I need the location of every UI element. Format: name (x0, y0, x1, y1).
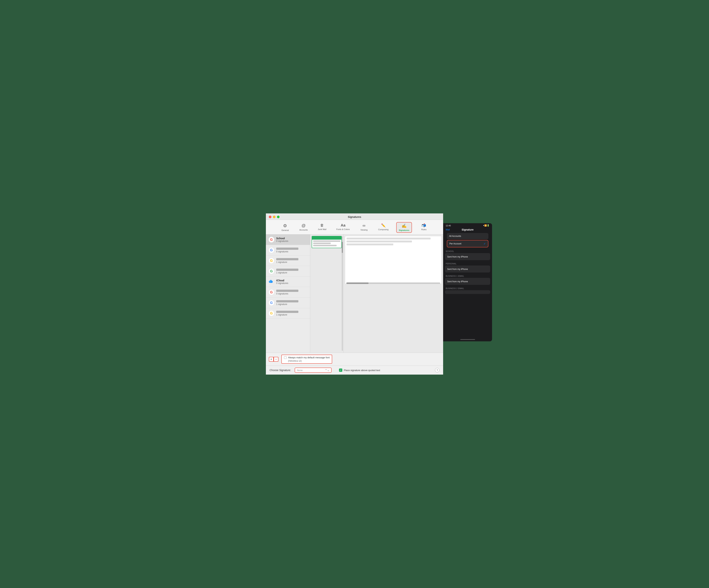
toolbar-item-composing[interactable]: ✏️ Composing (376, 222, 391, 233)
account-sigs-icloud: 0 signatures (276, 282, 308, 285)
font-match-checkbox[interactable] (284, 356, 287, 359)
place-sig-label: Place signature above quoted text (344, 369, 380, 372)
all-accounts-option[interactable]: All Accounts (447, 233, 488, 239)
add-signature-button[interactable]: + (269, 357, 273, 362)
account-item-2[interactable]: G 0 signatures (266, 245, 310, 256)
account-name-blur-7 (276, 311, 298, 313)
scrollbar-track (342, 236, 343, 351)
account-item-3[interactable]: G 1 signature (266, 256, 310, 266)
phone-time: 12:40 (446, 224, 451, 227)
toolbar-label-signatures: Signatures (399, 229, 409, 231)
phone-biz2-sig[interactable] (445, 290, 490, 294)
font-match-area: Always match my default message font (He… (281, 355, 332, 364)
account-sigs-5: 0 signatures (276, 292, 308, 295)
sig-item-line-3 (313, 245, 337, 246)
account-sigs-7: 1 signature (276, 314, 308, 316)
per-account-option[interactable]: Per Account ✓ (447, 240, 488, 247)
bottom-controls: + − Always match my default message font… (266, 353, 443, 366)
toolbar-label-composing: Composing (378, 229, 389, 231)
phone-school-sig-text: Sent from my iPhone (447, 256, 468, 258)
toolbar-item-fonts[interactable]: Aa Fonts & Colors (334, 222, 352, 233)
signature-list-panel (310, 235, 343, 353)
account-sigs-4: 1 signature (276, 271, 308, 274)
google-icon-6: G (268, 300, 274, 306)
chevron-up-down-icon: ⌃⌄ (325, 369, 330, 372)
signature-preview-content (345, 236, 442, 248)
account-item-icloud[interactable]: iCloud 0 signatures (266, 276, 310, 287)
phone-school-label: SCHOOL (443, 248, 492, 253)
signature-dropdown[interactable]: None ⌃⌄ (295, 368, 332, 373)
account-item-5[interactable]: G 0 signatures (266, 287, 310, 298)
window-title: Signatures (348, 215, 361, 218)
account-item-6[interactable]: G 1 signature (266, 298, 310, 308)
phone-biz1-sig-text: Sent from my iPhone (447, 280, 468, 283)
account-item-7[interactable]: G 1 signature (266, 308, 310, 319)
phone-back-button[interactable]: Mail (446, 229, 450, 231)
scrollbar-thumb-h[interactable] (346, 283, 369, 284)
main-content-area: G School 0 signatures G 0 signatures (266, 235, 443, 353)
toolbar-item-rules[interactable]: 📬 Rules (417, 222, 430, 233)
google-icon-school: G (268, 237, 274, 243)
account-item-school[interactable]: G School 0 signatures (266, 235, 310, 245)
close-button[interactable] (269, 216, 271, 218)
phone-biz1-label: BUSINESS 1 EMAIL (443, 273, 492, 278)
add-remove-buttons: + − (269, 357, 279, 362)
account-name-icloud: iCloud (276, 279, 308, 282)
sig-dropdown-value: None (297, 369, 303, 372)
phone-school-sig[interactable]: Sent from my iPhone (445, 253, 490, 260)
signature-list-item[interactable] (312, 236, 342, 248)
google-icon-4: G (268, 268, 274, 274)
scrollbar-thumb[interactable] (342, 242, 343, 253)
place-sig-checkbox[interactable]: ✓ (339, 369, 342, 372)
google-icon-2: G (268, 247, 274, 253)
phone-biz1-sig[interactable]: Sent from my iPhone (445, 278, 490, 285)
preview-line-3 (346, 243, 393, 245)
maximize-button[interactable] (277, 216, 280, 218)
preview-line-1 (346, 238, 430, 239)
checkmark-icon: ✓ (483, 242, 486, 245)
account-name-blur-4 (276, 269, 298, 271)
per-account-label: Per Account (449, 242, 462, 245)
toolbar-label-general: General (282, 229, 289, 231)
home-bar[interactable] (460, 339, 475, 340)
toolbar: ⚙ General @ Accounts 🗑 Junk Mail Aa Font… (266, 220, 443, 235)
main-window: Signatures ⚙ General @ Accounts 🗑 Junk M… (266, 213, 443, 375)
icloud-icon (268, 279, 274, 285)
font-match-row: Always match my default message font (284, 356, 330, 359)
preview-line-2 (346, 241, 412, 242)
toolbar-item-general[interactable]: ⚙ General (279, 222, 292, 233)
toolbar-item-junk[interactable]: 🗑 Junk Mail (316, 222, 329, 233)
help-button[interactable]: ? (435, 368, 440, 372)
account-sigs-6: 1 signature (276, 303, 308, 305)
toolbar-item-accounts[interactable]: @ Accounts (297, 222, 310, 233)
signature-scrollbar[interactable] (346, 283, 440, 284)
toolbar-label-fonts: Fonts & Colors (336, 228, 350, 231)
toolbar-item-viewing[interactable]: ∞ Viewing (358, 222, 370, 233)
google-icon-7: G (268, 310, 274, 316)
phone-biz1-section: BUSINESS 1 EMAIL Sent from my iPhone (443, 273, 492, 286)
phone-biz2-label: BUSINESS 2 EMAIL (443, 286, 492, 290)
font-hint: (Helvetica 12) (288, 359, 330, 362)
signature-icon: ✍ (401, 223, 406, 229)
trash-icon: 🗑 (320, 223, 324, 228)
compose-icon: ✏️ (381, 223, 386, 228)
toolbar-label-junk: Junk Mail (318, 228, 326, 231)
phone-all-accounts-row: All Accounts (445, 233, 490, 240)
phone-per-account-row: Per Account ✓ (445, 240, 490, 248)
toolbar-label-viewing: Viewing (361, 229, 367, 231)
font-match-label: Always match my default message font (288, 356, 330, 359)
fonts-icon: Aa (341, 223, 345, 228)
accounts-panel: G School 0 signatures G 0 signatures (266, 235, 310, 353)
account-sigs-2: 0 signatures (276, 250, 308, 253)
all-accounts-label: All Accounts (449, 235, 461, 237)
google-icon-3: G (268, 258, 274, 264)
toolbar-item-signatures[interactable]: ✍ Signatures (396, 222, 412, 233)
title-bar: Signatures (266, 213, 443, 220)
toolbar-label-accounts: Accounts (299, 229, 308, 231)
phone-signals: ▾📶🔋 (483, 224, 490, 227)
account-item-4[interactable]: G 1 signature (266, 266, 310, 276)
phone-personal-sig[interactable]: Sent from my iPhone (445, 265, 490, 272)
remove-signature-button[interactable]: − (273, 357, 279, 362)
signature-preview-area[interactable] (345, 236, 442, 284)
minimize-button[interactable] (273, 216, 275, 218)
